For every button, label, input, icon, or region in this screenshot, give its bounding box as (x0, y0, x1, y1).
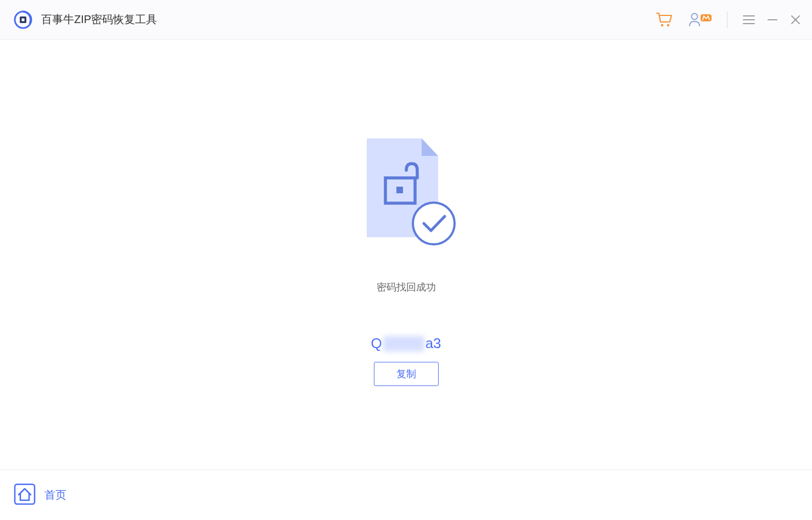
recovered-password: Q a3 (371, 335, 441, 352)
header-left: 百事牛ZIP密码恢复工具 (14, 10, 157, 29)
app-title: 百事牛ZIP密码恢复工具 (41, 12, 157, 27)
svg-rect-16 (15, 484, 35, 504)
window-controls (743, 14, 801, 25)
app-logo-icon (14, 10, 32, 29)
password-suffix: a3 (425, 335, 441, 352)
password-masked-section (383, 336, 424, 351)
copy-button[interactable]: 复制 (374, 362, 439, 386)
menu-icon[interactable] (743, 15, 755, 25)
file-unlock-success-icon (357, 138, 456, 250)
footer: 首页 (0, 469, 812, 520)
close-icon[interactable] (790, 14, 801, 25)
header-right (656, 12, 801, 28)
user-vip-icon[interactable] (688, 12, 712, 28)
svg-point-3 (661, 24, 663, 26)
svg-rect-6 (701, 14, 712, 21)
header-divider (727, 12, 727, 28)
svg-rect-2 (22, 18, 25, 21)
svg-point-4 (667, 24, 669, 26)
home-link[interactable]: 首页 (44, 488, 66, 502)
svg-rect-14 (396, 187, 403, 193)
svg-point-5 (692, 13, 698, 19)
svg-point-15 (413, 203, 455, 244)
minimize-icon[interactable] (767, 14, 778, 25)
header: 百事牛ZIP密码恢复工具 (0, 0, 812, 40)
cart-icon[interactable] (656, 12, 673, 28)
home-icon[interactable] (14, 483, 36, 507)
main-content: 密码找回成功 Q a3 复制 (0, 40, 812, 469)
success-message: 密码找回成功 (377, 281, 436, 294)
password-prefix: Q (371, 335, 382, 352)
